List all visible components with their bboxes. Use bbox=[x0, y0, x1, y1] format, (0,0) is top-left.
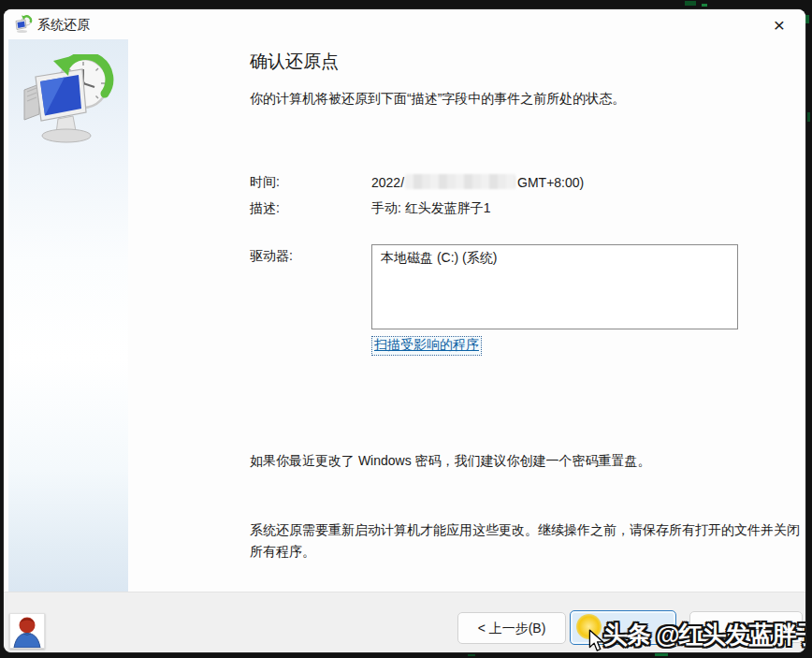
wizard-sidebar bbox=[8, 39, 128, 592]
system-restore-icon bbox=[22, 54, 114, 144]
close-icon[interactable]: × bbox=[766, 13, 792, 37]
description-value: 手动: 红头发蓝胖子1 bbox=[371, 200, 491, 217]
background-artifact bbox=[685, 1, 696, 6]
screen-background: 系统还原 × bbox=[0, 0, 812, 658]
time-prefix: 2022/ bbox=[371, 175, 404, 190]
system-restore-app-icon bbox=[14, 15, 33, 33]
description-label: 描述: bbox=[250, 200, 280, 217]
background-artifact bbox=[655, 653, 668, 656]
time-suffix: GMT+8:00) bbox=[517, 175, 584, 190]
background-artifact bbox=[702, 4, 707, 7]
time-value: 2022/GMT+8:00) bbox=[371, 174, 584, 190]
mouse-cursor bbox=[588, 629, 604, 652]
restart-note: 系统还原需要重新启动计算机才能应用这些更改。继续操作之前，请保存所有打开的文件并… bbox=[250, 519, 804, 563]
page-title: 确认还原点 bbox=[250, 50, 339, 74]
scan-affected-programs-link[interactable]: 扫描受影响的程序 bbox=[371, 336, 482, 356]
back-button[interactable]: < 上一步(B) bbox=[457, 612, 566, 644]
drives-listbox[interactable]: 本地磁盘 (C:) (系统) bbox=[371, 244, 738, 329]
title-bar: 系统还原 × bbox=[4, 9, 805, 39]
censored-blur bbox=[405, 174, 515, 189]
time-label: 时间: bbox=[250, 174, 280, 191]
background-artifact bbox=[807, 112, 810, 122]
background-artifact bbox=[468, 654, 475, 656]
avatar-figure bbox=[10, 614, 44, 648]
drive-item[interactable]: 本地磁盘 (C:) (系统) bbox=[372, 245, 737, 271]
drives-label: 驱动器: bbox=[250, 248, 293, 265]
avatar bbox=[9, 613, 45, 649]
window-title: 系统还原 bbox=[37, 17, 90, 34]
password-note: 如果你最近更改了 Windows 密码，我们建议你创建一个密码重置盘。 bbox=[250, 453, 792, 470]
system-restore-window: 系统还原 × bbox=[4, 9, 805, 652]
watermark-text: 头条 @红头发蓝胖子 bbox=[603, 619, 805, 651]
intro-text: 你的计算机将被还原到下面“描述”字段中的事件之前所处的状态。 bbox=[250, 91, 625, 108]
